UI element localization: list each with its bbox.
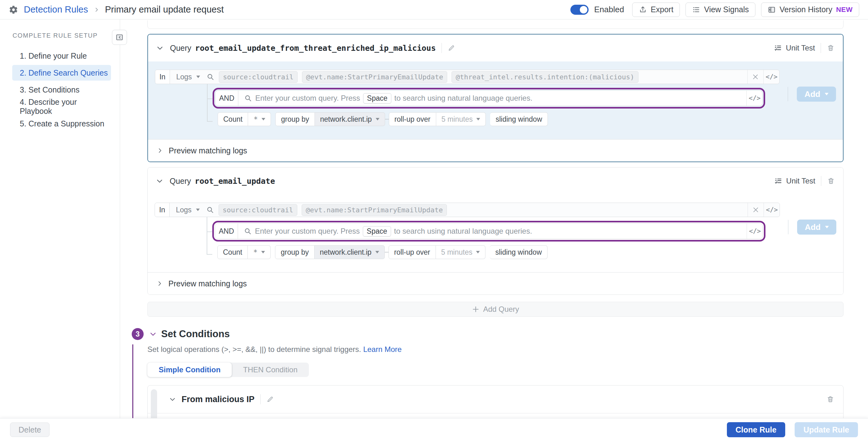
count-value-select[interactable]: * (248, 112, 271, 126)
query-name: root_email_update_from_threat_enriched_i… (195, 43, 436, 53)
toggle-knob (580, 6, 587, 13)
footer-bar: Delete Clone Rule Update Rule (0, 418, 868, 441)
trash-icon[interactable] (826, 395, 834, 403)
delete-button[interactable]: Delete (10, 422, 50, 437)
search-icon (244, 227, 252, 235)
query-card-header: Query root_email_update_from_threat_enri… (148, 34, 843, 61)
unit-test-icon (774, 177, 782, 185)
drag-handle[interactable] (151, 389, 157, 418)
divider (820, 43, 821, 53)
divider (788, 87, 788, 101)
unit-test-label: Unit Test (786, 177, 815, 185)
condition-tabs: Simple Condition THEN Condition (147, 362, 309, 377)
sidebar-item-describe-playbook[interactable]: 4. Describe your Playbook (12, 99, 111, 115)
aggregation-row: Count * group by network.client.ip (217, 245, 780, 259)
preview-matching-logs-toggle[interactable]: Preview matching logs (148, 139, 843, 161)
source-select-value: Logs (176, 206, 192, 214)
query-token[interactable]: @evt.name:StartPrimaryEmailUpdate (302, 71, 447, 83)
sidebar-item-define-rule[interactable]: 1. Define your Rule (12, 48, 111, 64)
tree-connector (207, 83, 213, 99)
custom-query-input[interactable]: Enter your custom query. Press Space to … (238, 224, 747, 239)
detection-rule-editor: Detection Rules Primary email update req… (0, 0, 868, 441)
previous-card-edge (147, 20, 843, 29)
add-button[interactable]: Add (797, 219, 836, 235)
chevron-down-icon (261, 251, 265, 254)
custom-query-input[interactable]: Enter your custom query. Press Space to … (238, 91, 746, 106)
source-select[interactable]: Logs (169, 203, 206, 217)
count-value-select[interactable]: * (248, 245, 271, 259)
trash-icon[interactable] (827, 44, 835, 52)
add-query-button[interactable]: Add Query (147, 302, 843, 317)
edit-pencil-icon[interactable] (266, 395, 274, 403)
chevron-down-icon (375, 251, 379, 254)
view-signals-button[interactable]: View Signals (685, 2, 755, 17)
count-value: * (253, 248, 257, 256)
rollup-window-value: 5 minutes (441, 115, 473, 124)
rule-setup-sidebar: COMPLETE RULE SETUP 1. Define your Rule … (0, 20, 120, 418)
query-prefix: Query (170, 43, 191, 53)
group-by-select[interactable]: network.client.ip (314, 245, 385, 259)
search-input[interactable]: source:cloudtrail @evt.name:StartPrimary… (206, 203, 748, 217)
query-token[interactable]: @evt.name:StartPrimaryEmailUpdate (302, 204, 447, 216)
top-bar: Detection Rules Primary email update req… (0, 0, 868, 20)
page-title: Primary email update request (105, 4, 224, 15)
code-icon[interactable]: </> (747, 224, 763, 239)
source-select[interactable]: Logs (170, 70, 206, 84)
tab-simple-condition[interactable]: Simple Condition (147, 362, 232, 377)
learn-more-link[interactable]: Learn More (363, 345, 402, 353)
search-input[interactable]: source:cloudtrail @evt.name:StartPrimary… (206, 70, 748, 84)
version-history-button[interactable]: Version History NEW (761, 2, 859, 17)
tab-then-condition[interactable]: THEN Condition (232, 362, 309, 377)
chevron-down-icon (196, 76, 200, 78)
clone-rule-button[interactable]: Clone Rule (727, 422, 785, 437)
export-button[interactable]: Export (632, 2, 680, 17)
chevron-down-icon[interactable] (149, 330, 157, 338)
count-label[interactable]: Count (218, 112, 248, 126)
chevron-down-icon[interactable] (169, 396, 176, 403)
search-icon (244, 94, 252, 102)
chevron-down-icon (476, 251, 480, 254)
unit-test-button[interactable]: Unit Test (774, 177, 815, 185)
breadcrumb-detection-rules[interactable]: Detection Rules (24, 4, 88, 15)
rollup-window-select[interactable]: 5 minutes (436, 245, 486, 259)
sidebar-item-create-suppression[interactable]: 5. Create a Suppression (12, 116, 111, 131)
code-icon[interactable]: </> (763, 70, 779, 84)
preview-matching-logs-toggle[interactable]: Preview matching logs (148, 272, 843, 295)
enabled-toggle[interactable] (570, 5, 589, 15)
chevron-right-icon (157, 147, 163, 154)
sidebar-items: 1. Define your Rule 2. Define Search Que… (0, 48, 120, 131)
sidebar-collapse-button[interactable] (112, 30, 127, 45)
group-by-label: group by (275, 112, 315, 126)
unit-test-label: Unit Test (786, 43, 815, 52)
code-icon[interactable]: </> (746, 91, 762, 106)
rollup-window-select[interactable]: 5 minutes (436, 112, 486, 126)
sidebar-item-define-search-queries[interactable]: 2. Define Search Queries (12, 65, 111, 81)
main-content: Query root_email_update_from_threat_enri… (120, 20, 868, 418)
condition-card: From malicious IP Set severity to Condit… (147, 385, 843, 418)
aggregation-row: Count * group by network.client.ip (218, 112, 780, 126)
sidebar-item-set-conditions[interactable]: 3. Set Conditions (12, 82, 111, 97)
code-icon[interactable]: </> (764, 203, 780, 217)
query-token[interactable]: source:cloudtrail (219, 71, 298, 83)
add-button[interactable]: Add (797, 87, 836, 101)
in-label: In (155, 70, 170, 84)
query-builder: In Logs source:cloudtrail @evt.name:Star… (155, 70, 780, 126)
group-by-label: group by (275, 245, 314, 259)
chevron-down-icon[interactable] (156, 177, 163, 185)
placeholder-text: Enter your custom query. Press (255, 227, 360, 236)
query-card-header: Query root_email_update Unit Test (148, 168, 843, 195)
chevron-down-icon (376, 118, 379, 120)
clear-query-icon[interactable] (748, 203, 764, 217)
trash-icon[interactable] (827, 177, 835, 185)
group-by-select[interactable]: network.client.ip (315, 112, 385, 126)
count-label[interactable]: Count (217, 245, 248, 259)
update-rule-button[interactable]: Update Rule (795, 422, 858, 437)
edit-pencil-icon[interactable] (447, 44, 455, 52)
unit-test-button[interactable]: Unit Test (774, 43, 815, 52)
chevron-down-icon[interactable] (156, 44, 164, 52)
export-icon (639, 6, 647, 14)
query-token[interactable]: @threat_intel.results.intention:(malicio… (452, 71, 639, 83)
gear-icon[interactable] (9, 5, 18, 14)
clear-query-icon[interactable] (747, 70, 763, 84)
query-token[interactable]: source:cloudtrail (219, 204, 297, 216)
